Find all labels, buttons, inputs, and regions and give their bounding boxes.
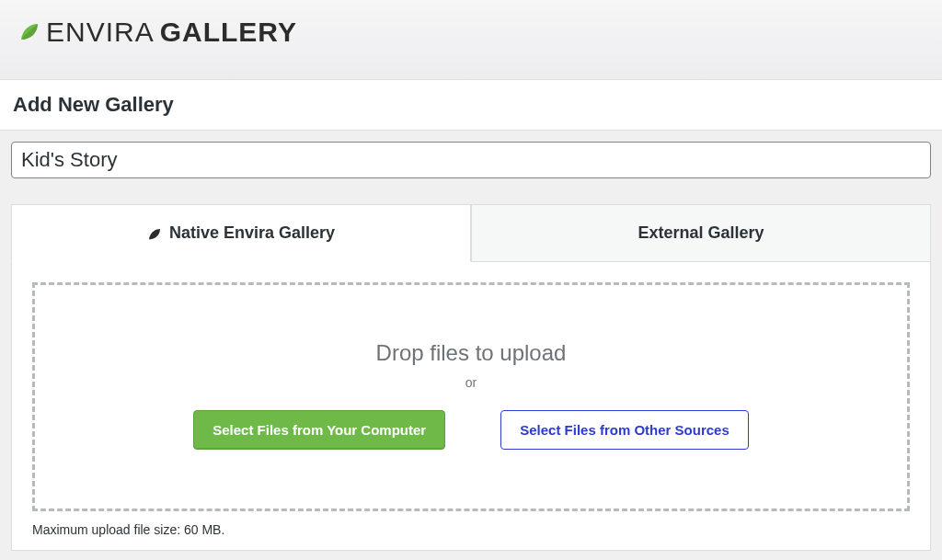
page-title: Add New Gallery [13, 93, 929, 117]
max-upload-note: Maximum upload file size: 60 MB. [32, 522, 910, 537]
tab-external-gallery[interactable]: External Gallery [471, 204, 931, 262]
brand-banner: ENVIRAGALLERY [0, 0, 942, 80]
tab-external-label: External Gallery [638, 223, 764, 243]
leaf-icon [147, 226, 162, 241]
select-files-other-button[interactable]: Select Files from Other Sources [500, 410, 749, 450]
tab-native-label: Native Envira Gallery [169, 223, 335, 243]
dropzone-subtext: or [465, 375, 477, 390]
leaf-icon [18, 21, 40, 43]
tabs: Native Envira Gallery External Gallery [11, 204, 931, 262]
tabs-container: Native Envira Gallery External Gallery D… [11, 204, 931, 551]
page-header: Add New Gallery [0, 80, 942, 131]
dropzone-button-row: Select Files from Your Computer Select F… [193, 410, 749, 450]
gallery-title-input[interactable] [11, 142, 931, 178]
dropzone[interactable]: Drop files to upload or Select Files fro… [32, 282, 910, 511]
brand-logo: ENVIRAGALLERY [18, 17, 924, 48]
brand-word2: GALLERY [160, 17, 297, 48]
content-area: Native Envira Gallery External Gallery D… [0, 131, 942, 551]
select-files-computer-button[interactable]: Select Files from Your Computer [193, 410, 445, 450]
upload-panel: Drop files to upload or Select Files fro… [11, 262, 931, 551]
tab-native-gallery[interactable]: Native Envira Gallery [11, 204, 471, 262]
brand-word1: ENVIRA [46, 17, 155, 48]
dropzone-heading: Drop files to upload [376, 340, 567, 366]
